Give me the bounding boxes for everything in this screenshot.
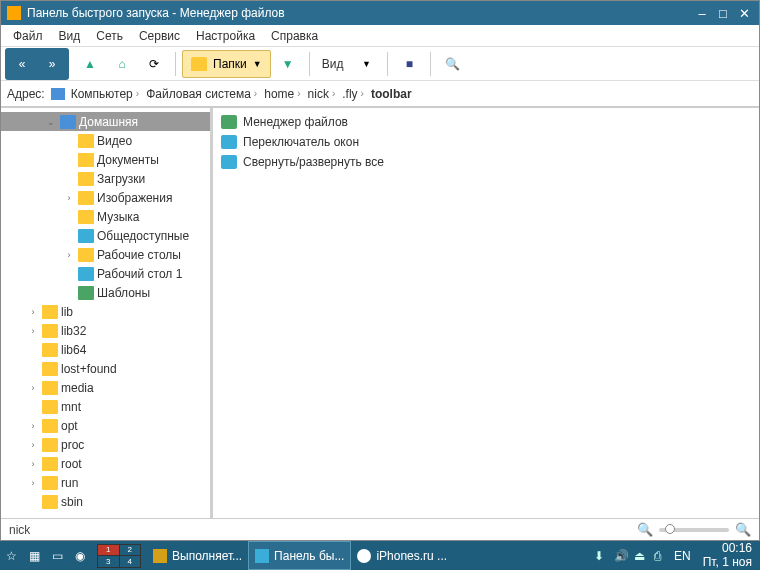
tree-label: Рабочие столы: [97, 248, 181, 262]
network-icon[interactable]: ⎙: [654, 549, 668, 563]
tree-item[interactable]: Документы: [1, 150, 210, 169]
folder-icon: [78, 210, 94, 224]
file-item[interactable]: Свернуть/развернуть все: [213, 152, 759, 172]
breadcrumb[interactable]: home›: [262, 85, 305, 103]
breadcrumb[interactable]: .fly›: [340, 85, 369, 103]
taskbar-item-run[interactable]: Выполняет...: [147, 541, 248, 570]
taskbar-item-filemanager[interactable]: Панель бы...: [248, 541, 351, 570]
menu-file[interactable]: Файл: [5, 27, 51, 45]
menu-service[interactable]: Сервис: [131, 27, 188, 45]
expand-icon[interactable]: ›: [27, 440, 39, 450]
breadcrumb[interactable]: Компьютер›: [69, 85, 144, 103]
usb-icon[interactable]: ⏏: [634, 549, 648, 563]
breadcrumb-current[interactable]: toolbar: [369, 85, 414, 103]
expand-icon[interactable]: ›: [27, 326, 39, 336]
tree-item[interactable]: Загрузки: [1, 169, 210, 188]
expand-icon[interactable]: ›: [27, 459, 39, 469]
tree-item[interactable]: ⌄Домашняя: [1, 112, 210, 131]
zoom-out-icon[interactable]: 🔍: [637, 522, 653, 537]
tree-item[interactable]: ›Изображения: [1, 188, 210, 207]
maximize-button[interactable]: □: [714, 4, 732, 22]
tree-label: proc: [61, 438, 84, 452]
show-hidden-button[interactable]: ■: [394, 50, 424, 78]
menu-settings[interactable]: Настройка: [188, 27, 263, 45]
start-button[interactable]: ☆: [0, 541, 23, 570]
folder-tree[interactable]: ⌄ДомашняяВидеоДокументыЗагрузки›Изображе…: [1, 108, 213, 518]
tree-item[interactable]: sbin: [1, 492, 210, 511]
tree-label: Загрузки: [97, 172, 145, 186]
folders-dropdown[interactable]: Папки ▼: [182, 50, 271, 78]
titlebar[interactable]: Панель быстрого запуска - Менеджер файло…: [1, 1, 759, 25]
workspace-pager[interactable]: 1234: [91, 541, 147, 570]
volume-icon[interactable]: 🔊: [614, 549, 628, 563]
file-icon: [221, 115, 237, 129]
refresh-button[interactable]: ⟳: [139, 50, 169, 78]
expand-icon[interactable]: ›: [63, 193, 75, 203]
language-indicator[interactable]: EN: [674, 549, 691, 563]
forward-button[interactable]: »: [37, 50, 67, 78]
zoom-slider[interactable]: [659, 528, 729, 532]
tree-item[interactable]: ›opt: [1, 416, 210, 435]
tree-item[interactable]: ›proc: [1, 435, 210, 454]
tree-item[interactable]: ›lib32: [1, 321, 210, 340]
view-dropdown[interactable]: ▼: [351, 50, 381, 78]
folder-icon: [42, 381, 58, 395]
separator: [387, 52, 388, 76]
tree-item[interactable]: Шаблоны: [1, 283, 210, 302]
zoom-in-icon[interactable]: 🔍: [735, 522, 751, 537]
tree-item[interactable]: ›Рабочие столы: [1, 245, 210, 264]
show-desktop-button[interactable]: ▦: [23, 541, 46, 570]
expand-icon[interactable]: ›: [27, 383, 39, 393]
tree-item[interactable]: mnt: [1, 397, 210, 416]
view-label: Вид: [316, 57, 350, 71]
folder-icon: [78, 153, 94, 167]
tree-item[interactable]: Общедоступные: [1, 226, 210, 245]
taskview-button[interactable]: ▭: [46, 541, 69, 570]
expand-icon[interactable]: ›: [63, 250, 75, 260]
expand-icon[interactable]: ⌄: [45, 117, 57, 127]
menu-help[interactable]: Справка: [263, 27, 326, 45]
tree-label: lib: [61, 305, 73, 319]
tree-item[interactable]: Музыка: [1, 207, 210, 226]
taskbar-item-browser[interactable]: iPhones.ru ...: [351, 541, 453, 570]
folder-icon: [60, 115, 76, 129]
breadcrumb[interactable]: Файловая система›: [144, 85, 262, 103]
folder-icon: [42, 362, 58, 376]
search-button[interactable]: 🔍: [437, 50, 467, 78]
tree-label: sbin: [61, 495, 83, 509]
tree-item[interactable]: ›lib: [1, 302, 210, 321]
home-button[interactable]: ⌂: [107, 50, 137, 78]
menu-view[interactable]: Вид: [51, 27, 89, 45]
tree-item[interactable]: ›media: [1, 378, 210, 397]
tree-item[interactable]: lost+found: [1, 359, 210, 378]
tree-item[interactable]: ›root: [1, 454, 210, 473]
file-list[interactable]: Менеджер файловПереключатель оконСвернут…: [213, 108, 759, 518]
file-item[interactable]: Переключатель окон: [213, 132, 759, 152]
menu-network[interactable]: Сеть: [88, 27, 131, 45]
expand-icon[interactable]: ›: [27, 307, 39, 317]
address-label: Адрес:: [7, 87, 45, 101]
download-icon[interactable]: ⬇: [594, 549, 608, 563]
tree-item[interactable]: Видео: [1, 131, 210, 150]
statusbar: nick 🔍 🔍: [1, 518, 759, 540]
disk-button[interactable]: ◉: [69, 541, 91, 570]
file-item[interactable]: Менеджер файлов: [213, 112, 759, 132]
file-manager-window: Панель быстрого запуска - Менеджер файло…: [0, 0, 760, 541]
tree-item[interactable]: lib64: [1, 340, 210, 359]
tree-item[interactable]: Рабочий стол 1: [1, 264, 210, 283]
up-button[interactable]: ▲: [75, 50, 105, 78]
tree-item[interactable]: ›run: [1, 473, 210, 492]
breadcrumb[interactable]: nick›: [306, 85, 341, 103]
back-button[interactable]: «: [7, 50, 37, 78]
close-button[interactable]: ✕: [735, 4, 753, 22]
expand-icon[interactable]: ›: [27, 478, 39, 488]
run-icon: [153, 549, 167, 563]
menubar: Файл Вид Сеть Сервис Настройка Справка: [1, 25, 759, 47]
folder-icon: [78, 134, 94, 148]
filter-button[interactable]: ▼: [273, 50, 303, 78]
folder-icon: [78, 172, 94, 186]
tree-label: Документы: [97, 153, 159, 167]
minimize-button[interactable]: –: [693, 4, 711, 22]
clock[interactable]: 00:16 Пт, 1 ноя: [695, 542, 760, 568]
expand-icon[interactable]: ›: [27, 421, 39, 431]
